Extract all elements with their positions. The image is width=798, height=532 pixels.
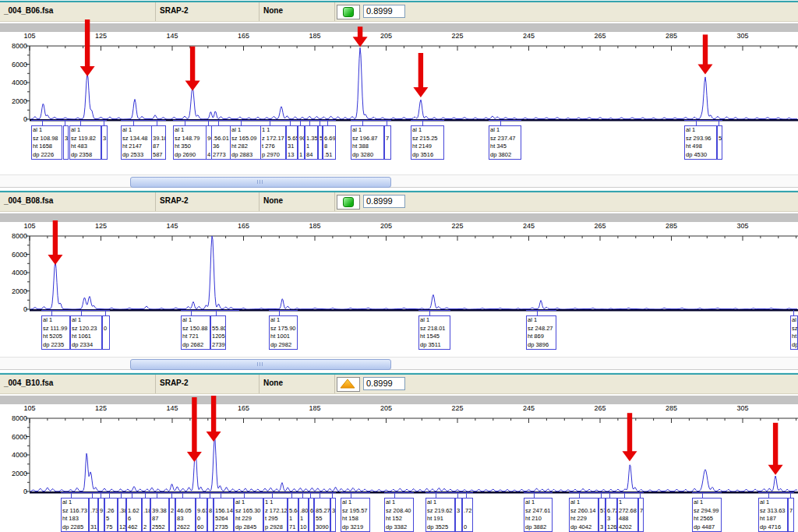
quality-value-field[interactable]: 0.8999 — [363, 377, 405, 390]
label-line: ht 345 — [490, 143, 521, 151]
allele-label-box[interactable]: .73 31 — [89, 498, 98, 532]
allele-label-box[interactable]: 5.64171 — [288, 498, 298, 532]
label-line: 5264 — [215, 515, 233, 523]
allele-label-box[interactable]: .26575 — [104, 498, 118, 532]
label-connector-stub — [719, 120, 719, 125]
allele-label-box[interactable]: al 1sz 293.96ht 498dp 4530 — [684, 125, 717, 160]
allele-label-box[interactable]: al 1sz 237.47ht 345dp 3802 — [489, 125, 521, 160]
label-line: al 1 — [43, 316, 69, 325]
allele-label-box[interactable]: 7 — [788, 498, 794, 532]
label-line — [310, 515, 313, 523]
allele-label-box[interactable]: .72 0 — [462, 498, 473, 532]
label-line: dp 2235 — [43, 341, 69, 350]
allele-label-box[interactable]: al 1sz 165.30ht 229dp 2845 — [234, 498, 263, 532]
scrollbar-thumb[interactable] — [130, 177, 391, 188]
scrollbar-thumb[interactable] — [130, 359, 391, 370]
allele-label-box[interactable]: al 1sz 148.79ht 350dp 2690 — [173, 125, 207, 160]
label-line: sz 165.30 — [235, 507, 263, 516]
label-line — [65, 143, 68, 151]
allele-label-box[interactable]: al 1sz 119.82ht 483dp 2358 — [69, 125, 101, 160]
label-line — [324, 126, 335, 135]
allele-label-box[interactable]: 0 — [102, 315, 110, 350]
allele-label-box[interactable]: 3 — [455, 498, 462, 532]
allele-label-box[interactable]: 39.38872552 — [150, 498, 169, 532]
allele-label-box[interactable]: 39.1087587 — [151, 125, 166, 160]
allele-label-box[interactable]: 6.723126 — [606, 498, 617, 532]
label-line: 1.35 — [306, 135, 317, 143]
ruler-tick-label: 265 — [590, 222, 610, 230]
allele-label-box[interactable]: al 1sz 165.09ht 282dp 2883 — [230, 125, 262, 160]
label-line: al 1 — [386, 499, 413, 507]
allele-label-box[interactable]: al 1sz 116.73ht 183dp 2285 — [61, 498, 89, 532]
allele-label-box[interactable]: al 1sz 208.40ht 152dp 3382 — [384, 498, 414, 532]
allele-label-box[interactable]: 1.626462 — [126, 498, 142, 532]
allele-label-box[interactable]: al 1sz 108.98ht 1658dp 2226 — [31, 125, 62, 160]
allele-label-box[interactable]: .80110 — [298, 498, 309, 532]
label-connector-stub — [790, 492, 791, 498]
quality-value-field[interactable]: 0.8999 — [363, 195, 405, 208]
status-ok-button[interactable] — [337, 5, 360, 19]
allele-label-box[interactable]: .56.01362773 — [211, 125, 231, 160]
status-warning-button[interactable] — [337, 377, 360, 392]
allele-label-box[interactable]: al 1sz 195.57ht 158dp 3219 — [341, 498, 370, 532]
allele-label-box[interactable]: 156.1452642735 — [214, 498, 234, 532]
allele-label-box[interactable]: 7 — [384, 125, 391, 160]
label-connector-stub — [210, 492, 210, 498]
allele-label-box[interactable]: 55.8012052739 — [210, 315, 226, 350]
allele-label-box[interactable]: 1 1z 172.17t 276p 2970 — [260, 125, 286, 160]
allele-label-box[interactable]: .18 2 — [142, 498, 150, 532]
allele-label-box[interactable]: alszhtdp — [790, 315, 798, 350]
allele-label-box[interactable]: 46.05832622 — [175, 498, 196, 532]
label-connector-stub — [157, 120, 157, 125]
allele-label-box[interactable]: 9.63060 — [196, 498, 207, 532]
horizontal-scrollbar[interactable] — [0, 357, 798, 370]
allele-label-box[interactable]: 7 — [638, 498, 644, 532]
quality-value-field[interactable]: 0.8999 — [363, 5, 405, 18]
allele-label-box[interactable]: al 1sz 294.99ht 2565dp 4487 — [692, 498, 722, 532]
label-line: 5.65 — [288, 135, 297, 143]
allele-label-box[interactable]: 8 — [207, 498, 214, 532]
allele-label-box[interactable]: al 1sz 150.88ht 721dp 2682 — [181, 315, 210, 350]
label-line: 7 — [640, 507, 643, 516]
allele-label-box[interactable]: 85.27553090 — [314, 498, 330, 532]
allele-label-box[interactable]: 5 — [717, 125, 722, 160]
allele-label-box[interactable]: al 1sz 219.62ht 191dp 3525 — [425, 498, 455, 532]
allele-label-box[interactable]: 3 — [63, 125, 69, 160]
label-line — [213, 126, 230, 135]
allele-label-box[interactable]: 5.653113 — [286, 125, 298, 160]
allele-label-box[interactable]: al 1sz 218.01ht 1545dp 3511 — [418, 315, 450, 350]
allele-label-box[interactable]: al 1sz 215.25ht 2149dp 3516 — [411, 125, 444, 160]
allele-label-box[interactable]: al 1sz 313.63ht 187dp 4716 — [758, 498, 788, 532]
allele-label-box[interactable]: 1.35184 — [305, 125, 318, 160]
allele-label-box[interactable]: al 1sz 120.23ht 1061dp 2334 — [70, 315, 102, 350]
allele-label-box[interactable]: al 1sz 248.27ht 869dp 3896 — [526, 315, 556, 350]
horizontal-scrollbar[interactable] — [0, 174, 798, 188]
allele-label-box[interactable]: 1 1z 172.12t 295p 2928 — [263, 498, 288, 532]
allele-label-box[interactable]: 6.698.51 — [323, 125, 336, 160]
label-line: z 172.12 — [265, 507, 287, 516]
label-connector-line — [411, 120, 444, 121]
allele-label-box[interactable]: 1272.684884202 — [617, 498, 638, 532]
label-line — [209, 515, 213, 523]
label-line — [106, 499, 117, 507]
allele-label-box[interactable]: al 1sz 111.99ht 5205dp 2235 — [41, 315, 70, 350]
label-connector-stub — [601, 492, 602, 498]
electropherogram-plot[interactable] — [0, 232, 798, 313]
allele-label-box[interactable]: 3 — [330, 498, 336, 532]
allele-label-box[interactable]: 90 1 — [298, 125, 305, 160]
electropherogram-plot[interactable] — [0, 414, 798, 495]
allele-label-box[interactable]: 3 — [101, 125, 108, 160]
label-line — [464, 499, 472, 507]
marker-name: SRAP-2 — [156, 2, 260, 21]
allele-label-box[interactable]: al 1sz 247.61ht 210dp 3882 — [524, 498, 553, 532]
allele-label-box[interactable]: al 1sz 260.14ht 229dp 4042 — [569, 498, 598, 532]
allele-label-box[interactable]: al 1sz 175.90ht 1001dp 2982 — [269, 315, 298, 350]
electropherogram-plot[interactable] — [0, 42, 798, 123]
allele-label-box[interactable]: 6 — [309, 498, 314, 532]
allele-label-box[interactable]: 2 — [169, 498, 175, 532]
status-ok-button[interactable] — [337, 195, 360, 210]
allele-label-box[interactable]: al 1sz 196.87ht 388dp 3280 — [351, 125, 384, 160]
allele-label-box[interactable]: 9 — [98, 498, 104, 532]
allele-label-box[interactable]: .38 12 — [118, 498, 126, 532]
allele-label-box[interactable]: 57 3 — [598, 498, 606, 532]
